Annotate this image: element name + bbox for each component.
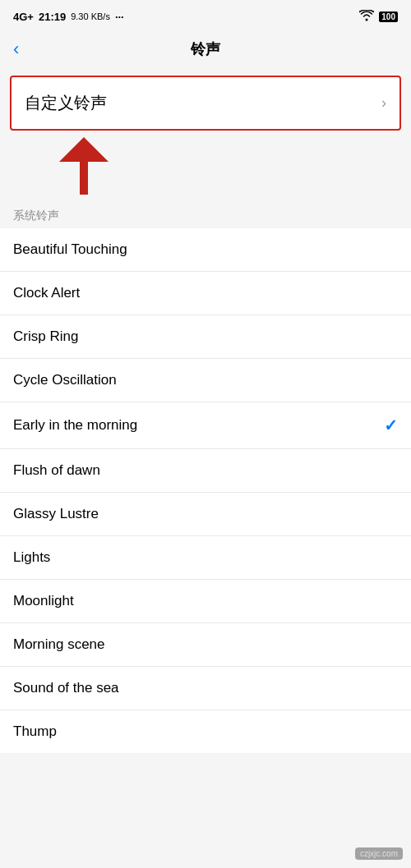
ringtone-item[interactable]: Morning scene (0, 623, 411, 667)
wifi-icon (359, 10, 374, 24)
network-type: 4G+ (13, 11, 34, 23)
ringtone-name: Morning scene (13, 636, 105, 653)
ringtone-name: Beautiful Touching (13, 241, 127, 258)
selected-checkmark-icon: ✓ (384, 416, 398, 435)
ringtone-item[interactable]: Sound of the sea (0, 667, 411, 710)
ringtone-name: Flush of dawn (13, 462, 100, 479)
custom-ringtone-section[interactable]: 自定义铃声 › (10, 76, 401, 131)
ringtone-item[interactable]: Glassy Lustre (0, 493, 411, 536)
ringtone-item[interactable]: Thump (0, 710, 411, 753)
ringtone-name: Early in the morning (13, 417, 137, 434)
status-bar: 4G+ 21:19 9.30 KB/s ··· 100 (0, 0, 411, 30)
custom-ringtone-label: 自定义铃声 (25, 92, 107, 114)
status-left: 4G+ 21:19 9.30 KB/s ··· (13, 11, 124, 23)
page-title: 铃声 (191, 39, 220, 59)
ringtone-name: Glassy Lustre (13, 506, 99, 522)
status-dots: ··· (115, 11, 124, 23)
status-right: 100 (359, 10, 398, 24)
ringtone-name: Cycle Oscillation (13, 372, 117, 388)
ringtone-item[interactable]: Clock Alert (0, 272, 411, 315)
custom-ringtone-item[interactable]: 自定义铃声 › (12, 77, 399, 129)
ringtone-name: Clock Alert (13, 285, 80, 301)
arrow-container (10, 137, 401, 199)
ringtone-item[interactable]: Moonlight (0, 580, 411, 623)
svg-marker-1 (59, 137, 109, 162)
network-speed: 9.30 KB/s (71, 11, 110, 21)
ringtone-name: Sound of the sea (13, 680, 119, 696)
ringtone-name: Moonlight (13, 593, 74, 609)
ringtone-item[interactable]: Crisp Ring (0, 315, 411, 359)
ringtone-item[interactable]: Cycle Oscillation (0, 359, 411, 402)
status-time: 21:19 (39, 11, 66, 23)
ringtone-name: Thump (13, 723, 57, 740)
nav-bar: ‹ 铃声 (0, 30, 411, 69)
watermark: czjxjc.com (355, 847, 403, 860)
ringtone-item[interactable]: Flush of dawn (0, 449, 411, 493)
ringtone-name: Lights (13, 549, 50, 566)
ringtone-item[interactable]: Lights (0, 536, 411, 580)
ringtone-list: Beautiful TouchingClock AlertCrisp RingC… (0, 228, 411, 753)
back-button[interactable]: ‹ (13, 39, 19, 60)
battery-indicator: 100 (379, 11, 398, 22)
ringtone-item[interactable]: Beautiful Touching (0, 228, 411, 272)
chevron-right-icon: › (381, 94, 386, 112)
section-header: 系统铃声 (0, 199, 411, 228)
ringtone-item[interactable]: Early in the morning✓ (0, 402, 411, 449)
ringtone-name: Crisp Ring (13, 328, 78, 345)
